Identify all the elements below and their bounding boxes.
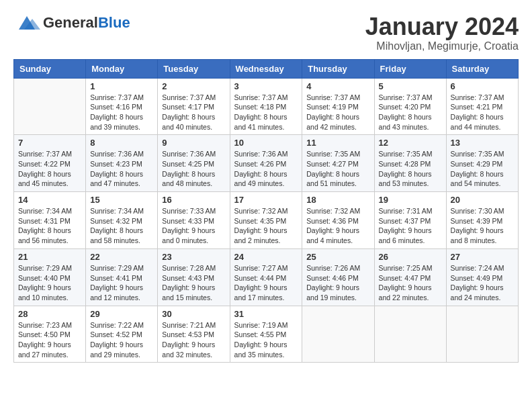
calendar-weekday-header: Wednesday	[230, 59, 302, 78]
day-number: 19	[379, 195, 442, 205]
day-number: 28	[18, 309, 81, 319]
day-number: 16	[162, 195, 225, 205]
day-number: 9	[162, 138, 225, 148]
day-info: Sunrise: 7:21 AMSunset: 4:53 PMDaylight:…	[162, 320, 225, 360]
day-info: Sunrise: 7:36 AMSunset: 4:23 PMDaylight:…	[90, 149, 153, 189]
day-info: Sunrise: 7:37 AMSunset: 4:20 PMDaylight:…	[379, 93, 442, 132]
day-number: 17	[234, 195, 298, 205]
day-info: Sunrise: 7:32 AMSunset: 4:35 PMDaylight:…	[234, 206, 298, 246]
day-info: Sunrise: 7:31 AMSunset: 4:37 PMDaylight:…	[379, 206, 442, 246]
calendar-cell	[374, 306, 446, 363]
calendar-cell: 20Sunrise: 7:30 AMSunset: 4:39 PMDayligh…	[446, 192, 518, 249]
calendar-weekday-header: Friday	[374, 59, 446, 78]
calendar-cell: 27Sunrise: 7:24 AMSunset: 4:49 PMDayligh…	[446, 248, 518, 306]
calendar-cell	[14, 78, 86, 135]
calendar-cell: 11Sunrise: 7:35 AMSunset: 4:27 PMDayligh…	[302, 135, 374, 192]
calendar-cell: 15Sunrise: 7:34 AMSunset: 4:32 PMDayligh…	[86, 192, 158, 249]
day-info: Sunrise: 7:23 AMSunset: 4:50 PMDaylight:…	[18, 320, 81, 360]
calendar-cell: 6Sunrise: 7:37 AMSunset: 4:21 PMDaylight…	[446, 78, 518, 135]
calendar-cell: 3Sunrise: 7:37 AMSunset: 4:18 PMDaylight…	[230, 78, 302, 135]
day-info: Sunrise: 7:25 AMSunset: 4:47 PMDaylight:…	[379, 263, 442, 303]
page-header: GeneralBlue January 2024 Mihovljan, Megi…	[13, 13, 519, 52]
calendar-cell: 19Sunrise: 7:31 AMSunset: 4:37 PMDayligh…	[374, 192, 446, 249]
day-info: Sunrise: 7:37 AMSunset: 4:17 PMDaylight:…	[162, 93, 225, 132]
calendar-cell: 22Sunrise: 7:29 AMSunset: 4:41 PMDayligh…	[86, 248, 158, 306]
calendar-cell: 13Sunrise: 7:35 AMSunset: 4:29 PMDayligh…	[446, 135, 518, 192]
day-number: 30	[162, 309, 225, 319]
day-info: Sunrise: 7:37 AMSunset: 4:16 PMDaylight:…	[90, 93, 153, 132]
day-number: 14	[18, 195, 81, 205]
day-number: 5	[379, 81, 442, 91]
day-info: Sunrise: 7:34 AMSunset: 4:32 PMDaylight:…	[90, 206, 153, 246]
day-number: 21	[18, 252, 81, 262]
calendar-cell	[446, 306, 518, 363]
calendar-cell: 23Sunrise: 7:28 AMSunset: 4:43 PMDayligh…	[158, 248, 230, 306]
day-number: 27	[451, 252, 514, 262]
day-number: 25	[306, 252, 369, 262]
calendar-week-row: 1Sunrise: 7:37 AMSunset: 4:16 PMDaylight…	[14, 78, 519, 135]
day-number: 4	[306, 81, 369, 91]
day-info: Sunrise: 7:27 AMSunset: 4:44 PMDaylight:…	[234, 263, 298, 303]
calendar-week-row: 7Sunrise: 7:37 AMSunset: 4:22 PMDaylight…	[14, 135, 519, 192]
day-info: Sunrise: 7:35 AMSunset: 4:27 PMDaylight:…	[306, 149, 369, 189]
day-info: Sunrise: 7:36 AMSunset: 4:26 PMDaylight:…	[234, 149, 298, 189]
day-info: Sunrise: 7:29 AMSunset: 4:41 PMDaylight:…	[90, 263, 153, 303]
calendar-weekday-header: Saturday	[446, 59, 518, 78]
calendar-title: January 2024	[365, 13, 519, 40]
day-info: Sunrise: 7:29 AMSunset: 4:40 PMDaylight:…	[18, 263, 81, 303]
calendar-cell: 21Sunrise: 7:29 AMSunset: 4:40 PMDayligh…	[14, 248, 86, 306]
day-info: Sunrise: 7:22 AMSunset: 4:52 PMDaylight:…	[90, 320, 153, 360]
day-number: 10	[234, 138, 298, 148]
calendar-cell: 25Sunrise: 7:26 AMSunset: 4:46 PMDayligh…	[302, 248, 374, 306]
calendar-subtitle: Mihovljan, Megimurje, Croatia	[365, 40, 519, 52]
calendar-cell: 14Sunrise: 7:34 AMSunset: 4:31 PMDayligh…	[14, 192, 86, 249]
day-number: 29	[90, 309, 153, 319]
logo-icon	[13, 13, 40, 32]
calendar-cell: 18Sunrise: 7:32 AMSunset: 4:36 PMDayligh…	[302, 192, 374, 249]
logo: GeneralBlue	[13, 13, 130, 32]
calendar-header-row: SundayMondayTuesdayWednesdayThursdayFrid…	[14, 59, 519, 78]
day-number: 3	[234, 81, 298, 91]
day-info: Sunrise: 7:37 AMSunset: 4:19 PMDaylight:…	[306, 93, 369, 132]
calendar-cell: 28Sunrise: 7:23 AMSunset: 4:50 PMDayligh…	[14, 306, 86, 363]
day-number: 26	[379, 252, 442, 262]
calendar-week-row: 14Sunrise: 7:34 AMSunset: 4:31 PMDayligh…	[14, 192, 519, 249]
calendar-cell: 1Sunrise: 7:37 AMSunset: 4:16 PMDaylight…	[86, 78, 158, 135]
day-info: Sunrise: 7:37 AMSunset: 4:21 PMDaylight:…	[451, 93, 514, 132]
calendar-week-row: 21Sunrise: 7:29 AMSunset: 4:40 PMDayligh…	[14, 248, 519, 306]
calendar-cell: 9Sunrise: 7:36 AMSunset: 4:25 PMDaylight…	[158, 135, 230, 192]
calendar-cell: 7Sunrise: 7:37 AMSunset: 4:22 PMDaylight…	[14, 135, 86, 192]
calendar-week-row: 28Sunrise: 7:23 AMSunset: 4:50 PMDayligh…	[14, 306, 519, 363]
day-info: Sunrise: 7:24 AMSunset: 4:49 PMDaylight:…	[451, 263, 514, 303]
day-info: Sunrise: 7:33 AMSunset: 4:33 PMDaylight:…	[162, 206, 225, 246]
title-section: January 2024 Mihovljan, Megimurje, Croat…	[365, 13, 519, 52]
day-info: Sunrise: 7:35 AMSunset: 4:28 PMDaylight:…	[379, 149, 442, 189]
logo-text: GeneralBlue	[43, 15, 130, 30]
calendar-cell	[302, 306, 374, 363]
calendar-cell: 12Sunrise: 7:35 AMSunset: 4:28 PMDayligh…	[374, 135, 446, 192]
calendar-weekday-header: Thursday	[302, 59, 374, 78]
day-info: Sunrise: 7:34 AMSunset: 4:31 PMDaylight:…	[18, 206, 81, 246]
calendar-cell: 26Sunrise: 7:25 AMSunset: 4:47 PMDayligh…	[374, 248, 446, 306]
calendar-cell: 29Sunrise: 7:22 AMSunset: 4:52 PMDayligh…	[86, 306, 158, 363]
day-number: 22	[90, 252, 153, 262]
day-info: Sunrise: 7:35 AMSunset: 4:29 PMDaylight:…	[451, 149, 514, 189]
calendar-cell: 8Sunrise: 7:36 AMSunset: 4:23 PMDaylight…	[86, 135, 158, 192]
calendar-cell: 24Sunrise: 7:27 AMSunset: 4:44 PMDayligh…	[230, 248, 302, 306]
calendar-weekday-header: Monday	[86, 59, 158, 78]
day-info: Sunrise: 7:32 AMSunset: 4:36 PMDaylight:…	[306, 206, 369, 246]
day-number: 11	[306, 138, 369, 148]
day-number: 8	[90, 138, 153, 148]
day-info: Sunrise: 7:37 AMSunset: 4:22 PMDaylight:…	[18, 149, 81, 189]
day-number: 18	[306, 195, 369, 205]
calendar-cell: 16Sunrise: 7:33 AMSunset: 4:33 PMDayligh…	[158, 192, 230, 249]
day-number: 15	[90, 195, 153, 205]
day-number: 7	[18, 138, 81, 148]
day-number: 2	[162, 81, 225, 91]
day-number: 12	[379, 138, 442, 148]
calendar-table: SundayMondayTuesdayWednesdayThursdayFrid…	[13, 59, 519, 363]
day-info: Sunrise: 7:19 AMSunset: 4:55 PMDaylight:…	[234, 320, 298, 360]
day-info: Sunrise: 7:28 AMSunset: 4:43 PMDaylight:…	[162, 263, 225, 303]
calendar-weekday-header: Tuesday	[158, 59, 230, 78]
day-info: Sunrise: 7:26 AMSunset: 4:46 PMDaylight:…	[306, 263, 369, 303]
